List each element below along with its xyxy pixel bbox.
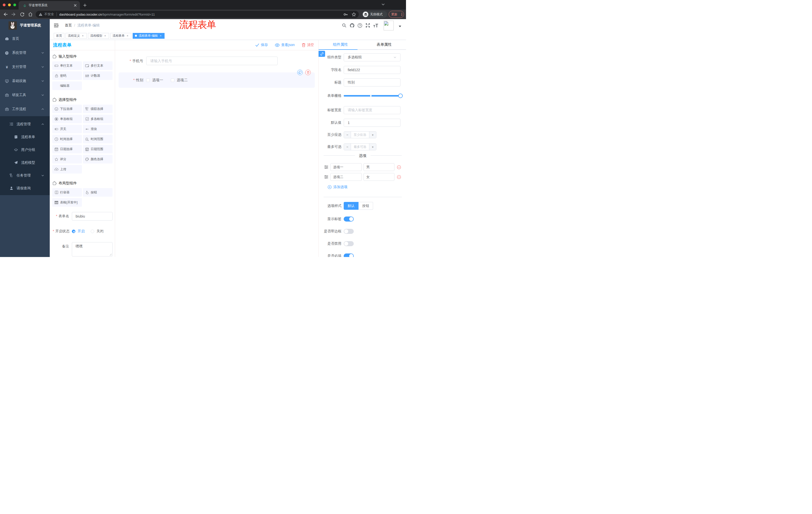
sidebar-item-process-form[interactable]: 流程表单	[0, 131, 50, 143]
status-on-radio[interactable]: 开启	[72, 229, 85, 234]
slider-track[interactable]	[344, 95, 401, 97]
new-tab-button[interactable]	[82, 2, 88, 8]
gender-option1-checkbox[interactable]: 选项一	[146, 78, 163, 82]
form-name-input[interactable]: biubiu	[72, 212, 113, 220]
palette-item-input[interactable]: 单行文本	[52, 61, 82, 70]
checkbox-box[interactable]	[146, 78, 150, 82]
palette-item-counter[interactable]: 123 计数器	[83, 72, 113, 80]
option1-label-input[interactable]: 选项一	[330, 163, 362, 171]
palette-item-color[interactable]: 颜色选择	[83, 155, 113, 163]
add-option-button[interactable]: 添加选项	[328, 185, 406, 189]
browser-tab[interactable]: 芋道管理系统	[19, 1, 80, 9]
palette-item-rate[interactable]: 评分	[52, 155, 82, 163]
field-name-input[interactable]: field122	[344, 66, 401, 74]
sidebar-item-leave-query[interactable]: 请假查询	[0, 182, 50, 195]
drag-handle-icon[interactable]	[324, 165, 328, 169]
sidebar-item-workflow[interactable]: 工作流程	[0, 102, 50, 116]
copy-component-button[interactable]	[297, 70, 303, 75]
update-label[interactable]: 更新	[391, 12, 398, 17]
gender-option2-checkbox[interactable]: 选项二	[171, 78, 188, 82]
url-text[interactable]: dashboard.yudao.iocoder.cn/bpm/manager/f…	[59, 12, 341, 16]
option-style-default[interactable]: 默认	[344, 202, 358, 210]
checkbox-box[interactable]	[171, 78, 174, 82]
sidebar-item-infra[interactable]: 基础设施	[0, 74, 50, 88]
tag-process-definition[interactable]: 流程定义×	[65, 33, 87, 39]
disabled-switch[interactable]	[344, 241, 354, 246]
sidebar-item-process-model[interactable]: 流程模型	[0, 156, 50, 169]
option2-value-input[interactable]: 女	[364, 173, 395, 181]
avatar[interactable]	[384, 21, 394, 30]
sidebar-item-payment[interactable]: ¥ 支付管理	[0, 60, 50, 74]
drawing-board[interactable]: *手机号 请输入手机号 *性别 选项一 选项二	[115, 50, 318, 257]
sidebar-logo[interactable]: 芋道管理系统	[0, 19, 50, 32]
palette-item-cascader[interactable]: 级联选择	[83, 105, 113, 113]
show-label-switch[interactable]	[344, 217, 354, 221]
home-icon[interactable]	[27, 11, 34, 18]
required-switch[interactable]	[344, 253, 354, 257]
sidebar-item-home[interactable]: 首页	[0, 32, 50, 46]
avatar-caret-icon[interactable]	[399, 26, 401, 27]
palette-item-date[interactable]: 日期选择	[52, 145, 82, 154]
palette-item-timerange[interactable]: 时间范围	[83, 135, 113, 143]
tag-home[interactable]: 首页	[54, 33, 64, 39]
tag-close-icon[interactable]: ×	[159, 34, 162, 37]
plus-icon[interactable]: +	[369, 143, 376, 150]
delete-component-button[interactable]	[305, 70, 311, 75]
view-json-button[interactable]: 查看json	[275, 43, 295, 47]
palette-item-switch[interactable]: 开关	[52, 125, 82, 133]
palette-item-table[interactable]: 表格[开发中]	[52, 198, 82, 207]
reload-icon[interactable]	[19, 11, 26, 18]
tag-process-form[interactable]: 流程表单×	[110, 33, 132, 39]
drawing-item-phone[interactable]: *手机号 请输入手机号	[119, 57, 315, 65]
update-button[interactable]: 更新	[389, 11, 404, 18]
palette-item-select[interactable]: 下拉选择	[52, 105, 82, 113]
doc-link-button[interactable]	[319, 51, 325, 57]
sidebar-item-process-mgmt[interactable]: 流程管理	[0, 118, 50, 131]
palette-item-checkbox[interactable]: 多选框组	[83, 115, 113, 123]
tag-close-icon[interactable]: ×	[104, 34, 107, 37]
form-remark-textarea[interactable]: 嘿嘿	[72, 242, 113, 256]
maximize-window-button[interactable]	[13, 3, 16, 6]
component-type-select[interactable]: 多选框组	[344, 53, 401, 61]
slider-handle[interactable]	[398, 93, 403, 98]
label-width-input[interactable]: 请输入标签宽度	[344, 106, 401, 114]
min-select-stepper[interactable]: − 至少应选 +	[344, 131, 376, 138]
tab-form-props[interactable]: 表单属性	[362, 40, 406, 49]
breadcrumb-home[interactable]: 首页	[65, 23, 72, 28]
default-value-input[interactable]: 1	[344, 119, 401, 127]
option2-label-input[interactable]: 选项二	[330, 173, 362, 181]
back-icon[interactable]	[2, 11, 9, 18]
palette-item-button[interactable]: 按钮	[83, 188, 113, 197]
palette-item-time[interactable]: 时间选择	[52, 135, 82, 143]
palette-item-daterange[interactable]: 日期范围	[83, 145, 113, 154]
status-off-radio[interactable]: 关闭	[91, 229, 104, 234]
bookmark-star-icon[interactable]	[351, 12, 356, 17]
palette-item-textarea[interactable]: 多行文本	[83, 61, 113, 70]
forward-icon[interactable]	[10, 11, 17, 18]
font-size-icon[interactable]	[373, 23, 378, 28]
resize-handle-icon[interactable]	[110, 253, 112, 256]
password-key-icon[interactable]	[343, 12, 348, 17]
sidebar-item-devtools[interactable]: 研发工具	[0, 88, 50, 102]
sidebar-item-user-group[interactable]: 用户分组	[0, 143, 50, 156]
help-icon[interactable]	[357, 23, 362, 28]
minus-icon[interactable]: −	[344, 132, 351, 138]
github-icon[interactable]	[350, 23, 354, 28]
sidebar-item-system[interactable]: 系统管理	[0, 46, 50, 60]
form-grid-slider[interactable]	[344, 91, 401, 101]
palette-item-row[interactable]: 行容器	[52, 188, 82, 197]
address-bar[interactable]: 不安全 dashboard.yudao.iocoder.cn/bpm/manag…	[36, 11, 359, 18]
security-label[interactable]: 不安全	[44, 12, 54, 17]
tab-search-chevron-icon[interactable]	[381, 2, 385, 6]
palette-item-editor[interactable]: 编辑器	[52, 81, 82, 90]
option1-value-input[interactable]: 男	[364, 163, 395, 171]
drawing-item-gender-selected[interactable]: *性别 选项一 选项二	[119, 73, 315, 88]
option-style-button[interactable]: 按钮	[358, 202, 373, 210]
palette-item-radio[interactable]: 单选框组	[52, 115, 82, 123]
title-input[interactable]: 性别	[344, 78, 401, 86]
max-select-stepper[interactable]: − 最多可选 +	[344, 143, 376, 151]
close-window-button[interactable]	[3, 3, 5, 6]
tag-close-icon[interactable]: ×	[81, 34, 84, 37]
sidebar-item-task-mgmt[interactable]: 任务管理	[0, 169, 50, 182]
with-border-switch[interactable]	[344, 229, 354, 234]
